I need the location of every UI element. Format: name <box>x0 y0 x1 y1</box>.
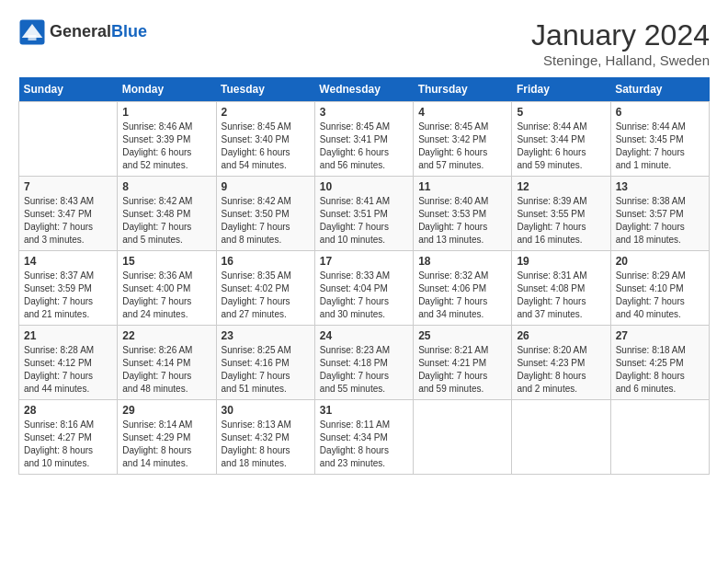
day-cell: 8Sunrise: 8:42 AM Sunset: 3:48 PM Daylig… <box>118 177 216 251</box>
day-number: 31 <box>320 404 408 417</box>
day-cell <box>610 400 709 475</box>
day-info: Sunrise: 8:33 AM Sunset: 4:04 PM Dayligh… <box>320 270 408 321</box>
day-number: 15 <box>122 255 210 268</box>
day-info: Sunrise: 8:42 AM Sunset: 3:48 PM Dayligh… <box>122 195 210 247</box>
day-cell: 29Sunrise: 8:14 AM Sunset: 4:29 PM Dayli… <box>118 400 216 475</box>
day-number: 7 <box>24 180 112 193</box>
calendar-header-row: SundayMondayTuesdayWednesdayThursdayFrid… <box>19 77 710 102</box>
day-number: 26 <box>517 329 605 342</box>
day-cell: 22Sunrise: 8:26 AM Sunset: 4:14 PM Dayli… <box>118 326 216 400</box>
week-row-5: 28Sunrise: 8:16 AM Sunset: 4:27 PM Dayli… <box>19 400 710 475</box>
day-info: Sunrise: 8:44 AM Sunset: 3:44 PM Dayligh… <box>517 121 605 172</box>
day-info: Sunrise: 8:28 AM Sunset: 4:12 PM Dayligh… <box>24 344 112 396</box>
day-number: 11 <box>418 180 506 193</box>
day-number: 8 <box>122 180 210 193</box>
day-number: 24 <box>320 329 408 342</box>
day-info: Sunrise: 8:44 AM Sunset: 3:45 PM Dayligh… <box>616 121 704 172</box>
day-number: 12 <box>517 180 605 193</box>
day-info: Sunrise: 8:46 AM Sunset: 3:39 PM Dayligh… <box>122 121 210 172</box>
day-cell: 26Sunrise: 8:20 AM Sunset: 4:23 PM Dayli… <box>512 326 610 400</box>
day-cell: 4Sunrise: 8:45 AM Sunset: 3:42 PM Daylig… <box>414 102 512 177</box>
day-info: Sunrise: 8:40 AM Sunset: 3:53 PM Dayligh… <box>418 195 506 247</box>
day-cell: 17Sunrise: 8:33 AM Sunset: 4:04 PM Dayli… <box>314 251 413 326</box>
col-header-thursday: Thursday <box>414 77 512 102</box>
title-block: January 2024 Steninge, Halland, Sweden <box>531 18 710 68</box>
day-cell: 28Sunrise: 8:16 AM Sunset: 4:27 PM Dayli… <box>19 400 118 475</box>
week-row-2: 7Sunrise: 8:43 AM Sunset: 3:47 PM Daylig… <box>19 177 710 251</box>
col-header-saturday: Saturday <box>610 77 709 102</box>
day-info: Sunrise: 8:21 AM Sunset: 4:21 PM Dayligh… <box>418 344 506 396</box>
day-info: Sunrise: 8:11 AM Sunset: 4:34 PM Dayligh… <box>320 419 408 470</box>
day-info: Sunrise: 8:41 AM Sunset: 3:51 PM Dayligh… <box>320 195 408 247</box>
day-cell: 16Sunrise: 8:35 AM Sunset: 4:02 PM Dayli… <box>216 251 314 326</box>
day-number: 10 <box>320 180 408 193</box>
day-info: Sunrise: 8:20 AM Sunset: 4:23 PM Dayligh… <box>517 344 605 396</box>
location-title: Steninge, Halland, Sweden <box>531 52 710 68</box>
day-number: 30 <box>222 404 310 417</box>
day-number: 18 <box>418 255 506 268</box>
logo-text: GeneralBlue <box>50 23 147 41</box>
day-info: Sunrise: 8:37 AM Sunset: 3:59 PM Dayligh… <box>24 270 112 321</box>
day-number: 2 <box>222 106 310 119</box>
day-cell: 6Sunrise: 8:44 AM Sunset: 3:45 PM Daylig… <box>610 102 709 177</box>
day-cell: 24Sunrise: 8:23 AM Sunset: 4:18 PM Dayli… <box>314 326 413 400</box>
day-info: Sunrise: 8:29 AM Sunset: 4:10 PM Dayligh… <box>616 270 704 321</box>
day-number: 17 <box>320 255 408 268</box>
col-header-sunday: Sunday <box>19 77 118 102</box>
day-cell: 31Sunrise: 8:11 AM Sunset: 4:34 PM Dayli… <box>314 400 413 475</box>
day-cell <box>414 400 512 475</box>
day-info: Sunrise: 8:14 AM Sunset: 4:29 PM Dayligh… <box>122 419 210 470</box>
day-info: Sunrise: 8:23 AM Sunset: 4:18 PM Dayligh… <box>320 344 408 396</box>
day-cell: 19Sunrise: 8:31 AM Sunset: 4:08 PM Dayli… <box>512 251 610 326</box>
day-cell: 25Sunrise: 8:21 AM Sunset: 4:21 PM Dayli… <box>414 326 512 400</box>
col-header-tuesday: Tuesday <box>216 77 314 102</box>
day-cell: 13Sunrise: 8:38 AM Sunset: 3:57 PM Dayli… <box>610 177 709 251</box>
day-number: 19 <box>517 255 605 268</box>
day-info: Sunrise: 8:42 AM Sunset: 3:50 PM Dayligh… <box>222 195 310 247</box>
day-info: Sunrise: 8:35 AM Sunset: 4:02 PM Dayligh… <box>222 270 310 321</box>
day-number: 28 <box>24 404 112 417</box>
day-info: Sunrise: 8:32 AM Sunset: 4:06 PM Dayligh… <box>418 270 506 321</box>
day-cell: 12Sunrise: 8:39 AM Sunset: 3:55 PM Dayli… <box>512 177 610 251</box>
day-cell: 11Sunrise: 8:40 AM Sunset: 3:53 PM Dayli… <box>414 177 512 251</box>
day-info: Sunrise: 8:31 AM Sunset: 4:08 PM Dayligh… <box>517 270 605 321</box>
day-info: Sunrise: 8:26 AM Sunset: 4:14 PM Dayligh… <box>122 344 210 396</box>
day-cell: 7Sunrise: 8:43 AM Sunset: 3:47 PM Daylig… <box>19 177 118 251</box>
day-number: 20 <box>616 255 704 268</box>
day-number: 6 <box>616 106 704 119</box>
day-number: 22 <box>122 329 210 342</box>
day-info: Sunrise: 8:45 AM Sunset: 3:40 PM Dayligh… <box>222 121 310 172</box>
day-cell: 20Sunrise: 8:29 AM Sunset: 4:10 PM Dayli… <box>610 251 709 326</box>
week-row-3: 14Sunrise: 8:37 AM Sunset: 3:59 PM Dayli… <box>19 251 710 326</box>
day-info: Sunrise: 8:16 AM Sunset: 4:27 PM Dayligh… <box>24 419 112 470</box>
day-cell <box>19 102 118 177</box>
week-row-1: 1Sunrise: 8:46 AM Sunset: 3:39 PM Daylig… <box>19 102 710 177</box>
day-number: 21 <box>24 329 112 342</box>
day-info: Sunrise: 8:18 AM Sunset: 4:25 PM Dayligh… <box>616 344 704 396</box>
day-cell: 1Sunrise: 8:46 AM Sunset: 3:39 PM Daylig… <box>118 102 216 177</box>
day-info: Sunrise: 8:39 AM Sunset: 3:55 PM Dayligh… <box>517 195 605 247</box>
day-cell: 18Sunrise: 8:32 AM Sunset: 4:06 PM Dayli… <box>414 251 512 326</box>
day-cell: 2Sunrise: 8:45 AM Sunset: 3:40 PM Daylig… <box>216 102 314 177</box>
day-cell <box>512 400 610 475</box>
col-header-wednesday: Wednesday <box>314 77 413 102</box>
day-cell: 5Sunrise: 8:44 AM Sunset: 3:44 PM Daylig… <box>512 102 610 177</box>
week-row-4: 21Sunrise: 8:28 AM Sunset: 4:12 PM Dayli… <box>19 326 710 400</box>
calendar-table: SundayMondayTuesdayWednesdayThursdayFrid… <box>18 77 710 475</box>
page-header: GeneralBlue January 2024 Steninge, Halla… <box>18 18 710 68</box>
day-number: 14 <box>24 255 112 268</box>
day-cell: 23Sunrise: 8:25 AM Sunset: 4:16 PM Dayli… <box>216 326 314 400</box>
day-info: Sunrise: 8:45 AM Sunset: 3:41 PM Dayligh… <box>320 121 408 172</box>
day-info: Sunrise: 8:38 AM Sunset: 3:57 PM Dayligh… <box>616 195 704 247</box>
day-info: Sunrise: 8:36 AM Sunset: 4:00 PM Dayligh… <box>122 270 210 321</box>
svg-rect-2 <box>28 35 37 40</box>
col-header-friday: Friday <box>512 77 610 102</box>
day-number: 4 <box>418 106 506 119</box>
day-info: Sunrise: 8:43 AM Sunset: 3:47 PM Dayligh… <box>24 195 112 247</box>
logo: GeneralBlue <box>18 18 147 46</box>
day-cell: 27Sunrise: 8:18 AM Sunset: 4:25 PM Dayli… <box>610 326 709 400</box>
day-number: 5 <box>517 106 605 119</box>
day-info: Sunrise: 8:13 AM Sunset: 4:32 PM Dayligh… <box>222 419 310 470</box>
day-info: Sunrise: 8:25 AM Sunset: 4:16 PM Dayligh… <box>222 344 310 396</box>
day-info: Sunrise: 8:45 AM Sunset: 3:42 PM Dayligh… <box>418 121 506 172</box>
